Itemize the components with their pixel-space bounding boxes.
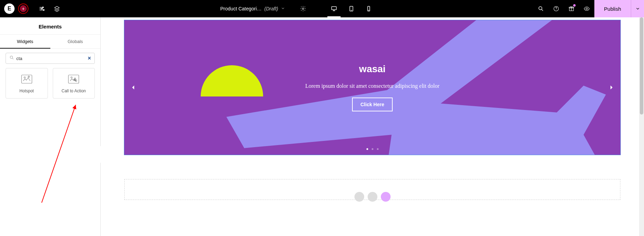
desktop-icon (331, 6, 337, 12)
svg-point-3 (302, 8, 304, 10)
hero-cta-button[interactable]: Click Here (352, 98, 392, 111)
widgets-grid: Hotspot Call to Action (0, 68, 100, 104)
device-mobile-tab[interactable] (360, 0, 377, 17)
drop-dot[interactable] (368, 192, 377, 202)
notification-dot (573, 4, 576, 7)
mobile-icon (366, 6, 372, 12)
add-element-highlight-ring: + (18, 3, 28, 14)
device-desktop-tab[interactable] (325, 0, 343, 17)
document-title: Product Categori… (220, 6, 262, 11)
topbar-left: E + (0, 0, 65, 17)
chevron-right-icon (608, 84, 615, 91)
svg-point-9 (539, 7, 542, 10)
elementor-logo[interactable]: E (4, 3, 15, 14)
help-button[interactable] (549, 0, 564, 17)
search-box: × (6, 53, 95, 64)
tab-globals[interactable]: Globals (50, 35, 101, 48)
svg-point-11 (556, 10, 556, 10)
layers-icon (54, 6, 60, 12)
cta-icon (68, 75, 79, 84)
svg-point-1 (41, 8, 42, 9)
hero-title: wasai (359, 64, 385, 75)
tab-widgets[interactable]: Widgets (0, 35, 50, 48)
search-icon (9, 55, 14, 61)
hero-subtitle: Lorem ipsum dolor sit amet consectetur a… (305, 83, 440, 89)
widget-label: Hotspot (19, 88, 34, 93)
page-settings-button[interactable] (295, 0, 311, 17)
add-section-controls (354, 192, 391, 202)
panel-tabs: Widgets Globals (0, 35, 100, 49)
device-tablet-tab[interactable] (343, 0, 360, 17)
eye-icon (584, 6, 590, 12)
empty-section-dropzone[interactable] (124, 179, 620, 200)
elements-panel: Elements Widgets Globals × Hotspot Call … (0, 17, 101, 236)
chevron-left-icon (130, 84, 137, 91)
responsive-device-tabs (325, 0, 377, 17)
document-title-wrap[interactable]: Product Categori… (Draft) (220, 6, 285, 11)
svg-point-15 (10, 56, 12, 58)
slider-dot-2[interactable] (371, 148, 373, 150)
svg-rect-19 (68, 75, 79, 83)
hero-content: wasai Lorem ipsum dolor sit amet consect… (124, 20, 620, 155)
drop-dot[interactable] (381, 192, 391, 202)
tablet-icon (348, 6, 354, 12)
search-icon (538, 6, 544, 12)
publish-button[interactable]: Publish (594, 0, 631, 17)
slider-next-button[interactable] (606, 82, 617, 93)
search-input[interactable] (16, 56, 86, 61)
help-icon (553, 6, 559, 12)
chevron-down-icon (281, 6, 285, 11)
document-status: (Draft) (265, 6, 278, 11)
panel-title: Elements (0, 17, 100, 35)
slider-dot-1[interactable] (366, 148, 368, 150)
svg-rect-16 (22, 75, 32, 83)
widget-hotspot[interactable]: Hotspot (6, 68, 48, 99)
add-element-button[interactable]: + (20, 5, 27, 12)
main-layout: Elements Widgets Globals × Hotspot Call … (0, 17, 644, 236)
canvas-inner: wasai Lorem ipsum dolor sit amet consect… (101, 17, 644, 214)
svg-point-8 (369, 10, 369, 10)
svg-point-17 (24, 77, 25, 78)
scrollbar-thumb[interactable] (640, 17, 643, 115)
gear-icon (300, 6, 306, 12)
structure-button[interactable] (49, 0, 65, 17)
svg-point-20 (71, 77, 72, 78)
chevron-down-icon (635, 6, 640, 11)
search-wrap: × (0, 49, 100, 68)
site-settings-button[interactable] (34, 0, 49, 17)
slider-dot-3[interactable] (377, 148, 378, 150)
topbar: E + Product Categori… (Draft) (0, 0, 644, 17)
search-clear-button[interactable]: × (88, 55, 91, 61)
svg-point-2 (43, 9, 44, 10)
vertical-scrollbar[interactable] (639, 17, 644, 236)
svg-point-0 (42, 7, 43, 8)
drop-dot[interactable] (354, 192, 364, 202)
slider-pagination (366, 148, 378, 150)
hotspot-icon (21, 75, 32, 84)
topbar-center: Product Categori… (Draft) (65, 0, 533, 17)
hero-slider-section[interactable]: wasai Lorem ipsum dolor sit amet consect… (124, 20, 620, 155)
slider-prev-button[interactable] (128, 82, 139, 93)
whats-new-button[interactable] (564, 0, 579, 17)
publish-options-button[interactable] (631, 0, 644, 17)
annotation-arrow (35, 103, 83, 203)
svg-rect-4 (332, 7, 337, 10)
widget-label: Call to Action (61, 88, 86, 93)
svg-line-21 (42, 105, 76, 203)
topbar-right: Publish (533, 0, 644, 17)
svg-point-6 (351, 10, 352, 10)
widget-call-to-action[interactable]: Call to Action (53, 68, 95, 99)
svg-point-14 (586, 8, 588, 10)
editor-canvas[interactable]: wasai Lorem ipsum dolor sit amet consect… (101, 17, 644, 236)
sliders-icon (39, 6, 45, 12)
preview-button[interactable] (579, 0, 594, 17)
finder-button[interactable] (533, 0, 549, 17)
